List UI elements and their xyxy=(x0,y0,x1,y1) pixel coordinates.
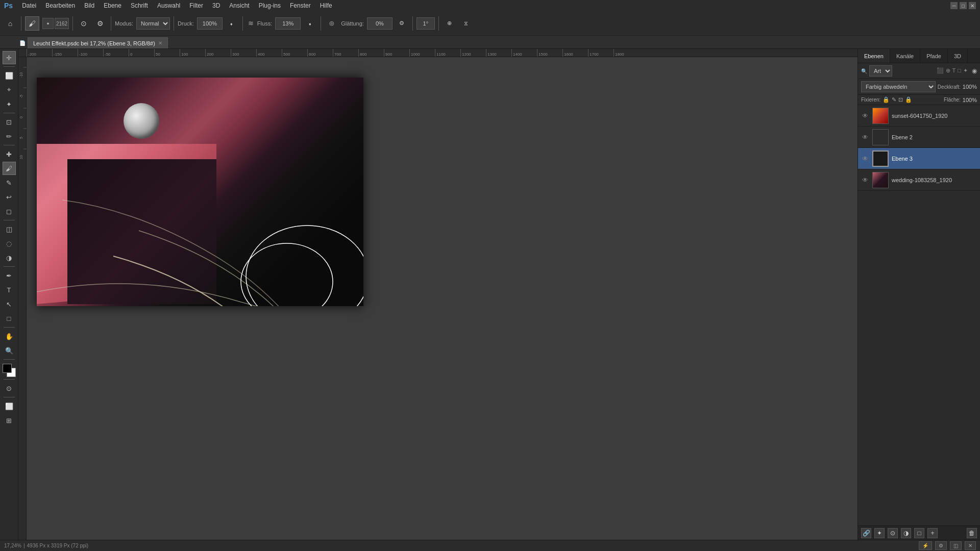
blur-tool[interactable]: ◌ xyxy=(3,237,16,250)
tab-pfade[interactable]: Pfade xyxy=(920,49,948,63)
path-selection-tool[interactable]: ↖ xyxy=(3,297,16,311)
smoothing-input[interactable] xyxy=(367,17,393,30)
status-close-button[interactable]: ✕ xyxy=(965,541,976,550)
layer-item[interactable]: 👁 wedding-1083258_1920 xyxy=(858,169,980,191)
shape-filter-icon[interactable]: □ xyxy=(958,67,961,74)
menu-plugins[interactable]: Plug-ins xyxy=(255,1,285,10)
shape-tool[interactable]: □ xyxy=(3,312,16,325)
layer-visibility-toggle[interactable]: 👁 xyxy=(861,112,869,120)
menu-datei[interactable]: Datei xyxy=(18,1,40,10)
layer-link-button[interactable]: 🔗 xyxy=(861,528,871,538)
tab-kanäle[interactable]: Kanäle xyxy=(890,49,920,63)
flow-input[interactable] xyxy=(275,17,301,30)
lock-pixels-icon[interactable]: ✎ xyxy=(892,96,896,103)
layer-visibility-toggle[interactable]: 👁 xyxy=(861,133,869,141)
vertical-ruler-svg: -10 -5 0 5 10 xyxy=(18,57,27,465)
adj-filter-icon[interactable]: ⊕ xyxy=(946,67,950,74)
brush-settings-button[interactable]: ⚙ xyxy=(93,16,107,31)
smart-filter-icon[interactable]: ✦ xyxy=(963,67,968,74)
layer-item[interactable]: 👁 Ebene 2 xyxy=(858,127,980,148)
layer-style-button[interactable]: ✦ xyxy=(874,528,885,538)
airbrush-button[interactable]: ◎ xyxy=(325,16,339,31)
foreground-color[interactable] xyxy=(3,364,12,373)
dodge-tool[interactable]: ◑ xyxy=(3,251,16,264)
lock-position-icon[interactable]: 🔒 xyxy=(883,96,890,103)
menu-filter[interactable]: Filter xyxy=(185,1,207,10)
pixel-filter-icon[interactable]: ⬛ xyxy=(937,67,944,74)
layer-adjustment-button[interactable]: ◑ xyxy=(901,528,911,538)
layer-mask-button[interactable]: ⊙ xyxy=(888,528,898,538)
layer-item-active[interactable]: 👁 Ebene 3 xyxy=(858,148,980,169)
flow-stylus-button[interactable]: ⬧ xyxy=(303,16,317,31)
lasso-tool[interactable]: ⌖ xyxy=(3,83,16,96)
artboard-button[interactable]: ⊞ xyxy=(3,414,16,427)
move-tool[interactable]: ✛ xyxy=(3,51,16,64)
app-logo: Ps xyxy=(4,2,13,10)
layer-visibility-toggle[interactable]: 👁 xyxy=(861,176,869,184)
home-button[interactable]: ⌂ xyxy=(3,16,17,31)
menu-fenster[interactable]: Fenster xyxy=(286,1,315,10)
gradient-tool[interactable]: ◫ xyxy=(3,222,16,236)
menu-3d[interactable]: 3D xyxy=(208,1,224,10)
maximize-button[interactable]: □ xyxy=(960,2,967,9)
brush-tool[interactable]: 🖌 xyxy=(3,162,16,175)
screen-mode-button[interactable]: ⬜ xyxy=(3,399,16,413)
lock-all-icon[interactable]: 🔒 xyxy=(905,96,912,103)
menu-auswahl[interactable]: Auswahl xyxy=(153,1,184,10)
druck-input[interactable] xyxy=(197,17,223,30)
druck-stylus-button[interactable]: ⬧ xyxy=(225,16,239,31)
filter-toggle[interactable]: ◉ xyxy=(972,67,977,74)
ruler-tick: 50 xyxy=(154,49,180,57)
quick-mask-button[interactable]: ⊙ xyxy=(3,382,16,395)
brush-hardness-button[interactable]: ⊙ xyxy=(77,16,91,31)
clone-stamp-tool[interactable]: ✎ xyxy=(3,176,16,189)
menu-ebene[interactable]: Ebene xyxy=(100,1,126,10)
tab-ebenen[interactable]: Ebenen xyxy=(858,49,890,63)
brush-tool-button[interactable]: 🖌 xyxy=(25,16,39,31)
symmetry-button[interactable]: ⊕ xyxy=(443,16,457,31)
extra-button[interactable]: ⧖ xyxy=(459,16,473,31)
history-brush-tool[interactable]: ↩ xyxy=(3,190,16,204)
menu-hilfe[interactable]: Hilfe xyxy=(316,1,336,10)
pen-tool[interactable]: ✒ xyxy=(3,269,16,282)
angle-input[interactable] xyxy=(416,17,435,30)
layer-item[interactable]: 👁 sunset-6041750_1920 xyxy=(858,105,980,127)
status-gpu-button[interactable]: ⚡ xyxy=(919,541,932,550)
layer-group-button[interactable]: □ xyxy=(914,528,924,538)
crop-tool[interactable]: ⊡ xyxy=(3,115,16,129)
canvas[interactable]: ♥ xyxy=(37,78,363,306)
layer-visibility-toggle[interactable]: 👁 xyxy=(861,155,869,163)
layer-type-select[interactable]: Art xyxy=(869,65,892,77)
status-panel-button[interactable]: ◫ xyxy=(950,541,962,550)
hand-tool[interactable]: ✋ xyxy=(3,330,16,343)
text-filter-icon[interactable]: T xyxy=(952,67,956,74)
smoothing-settings-button[interactable]: ⚙ xyxy=(395,16,409,31)
mode-select[interactable]: Normal xyxy=(136,17,170,30)
color-selector[interactable] xyxy=(3,364,16,377)
magic-wand-tool[interactable]: ✦ xyxy=(3,97,16,111)
menu-bearbeiten[interactable]: Bearbeiten xyxy=(41,1,79,10)
new-tab-button[interactable]: 📄 xyxy=(18,37,27,48)
status-extra-button[interactable]: ⚙ xyxy=(935,541,947,550)
menu-ansicht[interactable]: Ansicht xyxy=(225,1,253,10)
delete-layer-button[interactable]: 🗑 xyxy=(967,528,977,538)
blend-mode-row: Farbig abwedeln Deckkraft: 100% xyxy=(858,79,980,95)
lock-artboard-icon[interactable]: ⊡ xyxy=(898,96,903,103)
tab-close-button[interactable]: ✕ xyxy=(158,40,162,46)
document-tab[interactable]: Leucht Effekt.psdc bei 17,2% (Ebene 3, R… xyxy=(28,37,168,48)
menu-bild[interactable]: Bild xyxy=(80,1,99,10)
healing-brush-tool[interactable]: ✚ xyxy=(3,147,16,161)
zoom-tool[interactable]: 🔍 xyxy=(3,344,16,357)
status-bar: 17,24% | 4936 Px x 3319 Px (72 ppi) ⚡ ⚙ … xyxy=(0,540,980,551)
minimize-button[interactable]: ─ xyxy=(950,2,958,9)
eyedropper-tool[interactable]: ✏ xyxy=(3,130,16,143)
text-tool[interactable]: T xyxy=(3,283,16,296)
blend-mode-select[interactable]: Farbig abwedeln xyxy=(861,81,936,92)
tab-3d[interactable]: 3D xyxy=(948,49,968,63)
menu-schrift[interactable]: Schrift xyxy=(127,1,152,10)
new-layer-button[interactable]: + xyxy=(927,528,938,538)
marquee-tool[interactable]: ⬜ xyxy=(3,69,16,82)
eraser-tool[interactable]: ◻ xyxy=(3,205,16,218)
canvas-scroll[interactable]: ♥ xyxy=(27,57,857,540)
close-button[interactable]: ✕ xyxy=(969,2,976,9)
